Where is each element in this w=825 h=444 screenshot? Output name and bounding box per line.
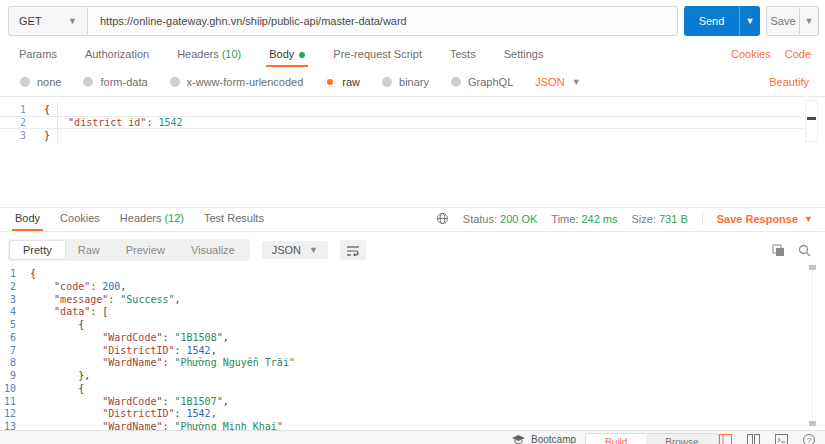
view-tab-visualize[interactable]: Visualize [178, 241, 248, 259]
tab-settings[interactable]: Settings [503, 45, 545, 67]
tab-tests[interactable]: Tests [449, 45, 477, 67]
code-line: 1{ [0, 268, 825, 281]
body-mode-label: raw [342, 76, 360, 88]
code-line: 2 "code": 200, [0, 281, 825, 294]
save-response-button[interactable]: Save Response ▼ [702, 213, 813, 225]
body-mode-row: noneform-datax-www-form-urlencodedrawbin… [0, 70, 825, 94]
send-options-button[interactable]: ▼ [739, 6, 760, 36]
response-body-viewer[interactable]: 1{2 "code": 200,3 "message": "Success",4… [0, 264, 825, 430]
editor-scrollbar-thumb[interactable] [807, 117, 816, 120]
line-number: 13 [0, 421, 30, 430]
code-line: 6 "WardCode": "1B1508", [0, 332, 825, 345]
code-text: { [30, 319, 84, 332]
tab-label: Body [15, 212, 40, 224]
cookies-link[interactable]: Cookies [731, 48, 771, 60]
tab-authorization[interactable]: Authorization [84, 45, 150, 67]
two-pane-icon[interactable] [747, 434, 760, 444]
response-tab-headers[interactable]: Headers(12) [119, 209, 185, 231]
response-meta: Status:200 OKTime:242 msSize:731 B Save … [436, 212, 825, 231]
tab-label: Authorization [85, 48, 149, 60]
method-dropdown[interactable]: GET ▼ [8, 6, 88, 36]
response-tab-body[interactable]: Body [14, 209, 41, 231]
body-mode-x-www-form-urlencoded[interactable]: x-www-form-urlencoded [170, 76, 304, 88]
code-line: 11 "WardCode": "1B1507", [0, 396, 825, 409]
tab-label: Params [19, 48, 57, 60]
chevron-down-icon: ▼ [309, 245, 318, 255]
response-tab-cookies[interactable]: Cookies [59, 209, 101, 231]
send-button[interactable]: Send [684, 6, 739, 36]
request-url-row: GET ▼ https://online-gateway.ghn.vn/shii… [8, 6, 819, 36]
line-number: 5 [0, 319, 30, 332]
body-mode-form-data[interactable]: form-data [83, 76, 147, 88]
bootcamp-button[interactable]: Bootcamp [512, 434, 576, 444]
chevron-down-icon: ▼ [805, 16, 814, 26]
code-text: }, [30, 370, 90, 383]
response-language-dropdown[interactable]: JSON ▼ [262, 241, 328, 259]
body-mode-label: x-www-form-urlencoded [187, 76, 304, 88]
view-tab-raw[interactable]: Raw [65, 241, 113, 259]
tab-pre-request-script[interactable]: Pre-request Script [332, 45, 423, 67]
save-options-button[interactable]: ▼ [800, 6, 819, 36]
body-mode-graphql[interactable]: GraphQL [451, 76, 513, 88]
tab-label: Headers [177, 48, 219, 60]
tab-label: Headers [120, 212, 162, 224]
request-tabs: ParamsAuthorizationHeaders(10)BodyPre-re… [0, 44, 825, 67]
tab-body[interactable]: Body [268, 45, 306, 67]
help-icon[interactable]: ? [803, 434, 815, 444]
line-number: 12 [0, 408, 30, 421]
body-mode-none[interactable]: none [20, 76, 61, 88]
search-icon[interactable] [798, 244, 811, 257]
panel-icon[interactable] [719, 434, 732, 444]
response-scrollbar-thumb[interactable] [809, 265, 816, 270]
request-body-editor[interactable]: 1{2 "district_id": 15423} [0, 96, 825, 200]
response-tab-test-results[interactable]: Test Results [203, 209, 265, 231]
radio-icon [451, 77, 461, 87]
code-text: "WardCode": "1B1507", [30, 396, 229, 409]
tab-headers[interactable]: Headers(10) [176, 45, 242, 67]
request-language-dropdown[interactable]: JSON ▼ [535, 76, 580, 88]
line-number: 8 [0, 357, 30, 370]
code-line: 12 "DistrictID": 1542, [0, 408, 825, 421]
view-tab-preview[interactable]: Preview [113, 241, 178, 259]
response-code: 1{2 "code": 200,3 "message": "Success",4… [0, 268, 825, 430]
chevron-down-icon: ▼ [746, 16, 755, 26]
code-line: 8 "WardName": "Phường Nguyễn Trãi" [0, 357, 825, 370]
radio-icon [325, 77, 335, 87]
url-input[interactable]: https://online-gateway.ghn.vn/shiip/publ… [88, 6, 678, 36]
stat-value: 242 ms [581, 213, 617, 225]
save-button[interactable]: Save [766, 6, 800, 36]
line-number: 3 [0, 294, 30, 307]
view-tab-pretty[interactable]: Pretty [10, 241, 65, 259]
footer-icons: ? [719, 434, 815, 444]
response-scrollbar[interactable] [812, 266, 813, 426]
tab-label: Test Results [204, 212, 264, 224]
build-tab[interactable]: Build [586, 434, 646, 444]
code-text: "code": 200, [30, 281, 126, 294]
console-icon[interactable] [775, 434, 788, 444]
copy-icon[interactable] [772, 244, 785, 257]
code-line: 4 "data": [ [0, 306, 825, 319]
code-text: { [30, 383, 84, 396]
response-scrollbar-thumb[interactable] [809, 421, 816, 426]
beautify-button[interactable]: Beautify [769, 76, 809, 88]
body-mode-raw[interactable]: raw [325, 76, 360, 88]
code-text: } [44, 129, 50, 142]
wrap-lines-button[interactable] [340, 240, 366, 260]
browse-tab[interactable]: Browse [646, 434, 717, 444]
line-number: 1 [0, 268, 30, 281]
line-number: 2 [0, 281, 30, 294]
code-line: 5 { [0, 319, 825, 332]
code-link[interactable]: Code [785, 48, 811, 60]
build-browse-toggle: Build Browse [585, 433, 719, 444]
svg-text:?: ? [807, 436, 812, 444]
method-label: GET [19, 15, 42, 27]
save-button-group: Save ▼ [766, 6, 819, 36]
tab-params[interactable]: Params [18, 45, 58, 67]
tab-label: Pre-request Script [333, 48, 422, 60]
radio-icon [170, 77, 180, 87]
code-line: 3} [0, 129, 825, 142]
body-mode-binary[interactable]: binary [382, 76, 429, 88]
tab-label: Tests [450, 48, 476, 60]
line-number: 3 [0, 129, 44, 142]
editor-scrollbar[interactable] [805, 100, 818, 142]
